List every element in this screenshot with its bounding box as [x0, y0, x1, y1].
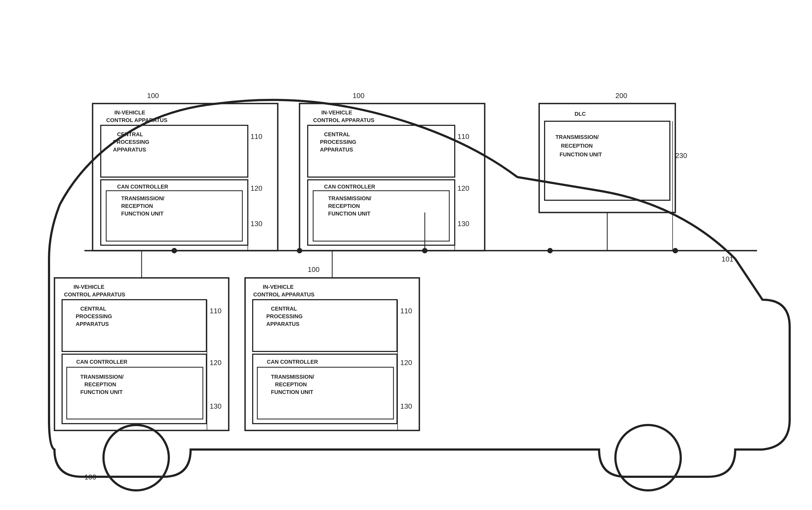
svg-text:RECEPTION: RECEPTION — [275, 381, 307, 388]
bot-mid-trx-label: TRANSMISSION/ — [271, 374, 314, 380]
svg-text:RECEPTION: RECEPTION — [121, 203, 153, 209]
svg-text:PROCESSING: PROCESSING — [320, 139, 356, 145]
label-110-tm: 110 — [457, 133, 469, 141]
svg-point-7 — [672, 248, 678, 253]
svg-text:FUNCTION UNIT: FUNCTION UNIT — [121, 210, 164, 217]
svg-text:PROCESSING: PROCESSING — [76, 313, 112, 319]
label-130-bm: 130 — [400, 402, 412, 410]
top-left-cpu-label: CENTRAL — [117, 131, 143, 137]
bot-left-trx-label: TRANSMISSION/ — [80, 374, 124, 380]
label-100-bm-ptr: 100 — [308, 265, 320, 274]
svg-text:APPARATUS: APPARATUS — [113, 147, 146, 152]
svg-text:APPARATUS: APPARATUS — [320, 147, 353, 152]
label-110-tl: 110 — [250, 133, 262, 141]
svg-text:PROCESSING: PROCESSING — [266, 313, 303, 319]
svg-rect-34 — [545, 121, 670, 200]
svg-text:RECEPTION: RECEPTION — [328, 203, 360, 209]
label-120-bl: 120 — [210, 359, 221, 367]
bot-mid-can-label: CAN CONTROLLER — [267, 359, 318, 365]
label-230: 230 — [675, 151, 687, 160]
svg-text:RECEPTION: RECEPTION — [561, 143, 593, 149]
label-200: 200 — [615, 91, 627, 100]
top-mid-can-label: CAN CONTROLLER — [324, 183, 375, 190]
svg-text:RECEPTION: RECEPTION — [84, 381, 116, 388]
label-130-tl: 130 — [250, 220, 262, 228]
top-mid-apparatus-label: IN-VEHICLE — [321, 110, 352, 115]
svg-text:CONTROL APPARATUS: CONTROL APPARATUS — [253, 291, 314, 298]
top-left-trx-label: TRANSMISSION/ — [121, 195, 164, 201]
label-100-tm: 100 — [353, 91, 364, 100]
svg-text:PROCESSING: PROCESSING — [113, 139, 149, 145]
diagram-container: 101 IN-VEHICLE CONTROL APPARATUS CENTRAL… — [0, 0, 812, 510]
top-left-can-label: CAN CONTROLLER — [117, 183, 168, 190]
bot-mid-cpu-label: CENTRAL — [271, 306, 297, 312]
bus-label: 101 — [722, 255, 733, 263]
svg-text:CONTROL APPARATUS: CONTROL APPARATUS — [64, 291, 125, 298]
top-mid-cpu-label: CENTRAL — [324, 131, 350, 137]
svg-text:FUNCTION UNIT: FUNCTION UNIT — [80, 389, 123, 395]
label-100-tl: 100 — [147, 91, 159, 100]
svg-text:FUNCTION UNIT: FUNCTION UNIT — [560, 151, 602, 158]
dlc-label: DLC — [575, 111, 586, 117]
label-130-tm: 130 — [457, 220, 469, 228]
label-120-tl: 120 — [250, 184, 262, 192]
svg-text:FUNCTION UNIT: FUNCTION UNIT — [328, 210, 370, 217]
label-100-bl: 100 — [84, 473, 96, 481]
svg-point-1 — [615, 425, 681, 490]
top-left-apparatus-label: IN-VEHICLE — [114, 110, 145, 115]
bot-left-apparatus-label: IN-VEHICLE — [73, 284, 104, 290]
svg-text:CONTROL APPARATUS: CONTROL APPARATUS — [313, 117, 374, 123]
dlc-trx-label: TRANSMISSION/ — [555, 134, 599, 140]
label-110-bm: 110 — [400, 307, 412, 315]
svg-text:APPARATUS: APPARATUS — [76, 321, 109, 327]
label-120-bm: 120 — [400, 359, 412, 367]
svg-rect-33 — [539, 104, 675, 213]
label-110-bl: 110 — [210, 307, 221, 315]
bot-left-cpu-label: CENTRAL — [80, 306, 107, 312]
label-120-tm: 120 — [457, 184, 469, 192]
svg-point-0 — [103, 425, 169, 490]
bot-mid-apparatus-label: IN-VEHICLE — [263, 284, 294, 290]
svg-text:FUNCTION UNIT: FUNCTION UNIT — [271, 389, 313, 395]
svg-text:APPARATUS: APPARATUS — [266, 321, 299, 327]
top-mid-trx-label: TRANSMISSION/ — [328, 195, 371, 201]
label-130-bl: 130 — [210, 402, 221, 410]
bot-left-can-label: CAN CONTROLLER — [76, 359, 127, 365]
svg-text:CONTROL APPARATUS: CONTROL APPARATUS — [106, 117, 168, 123]
